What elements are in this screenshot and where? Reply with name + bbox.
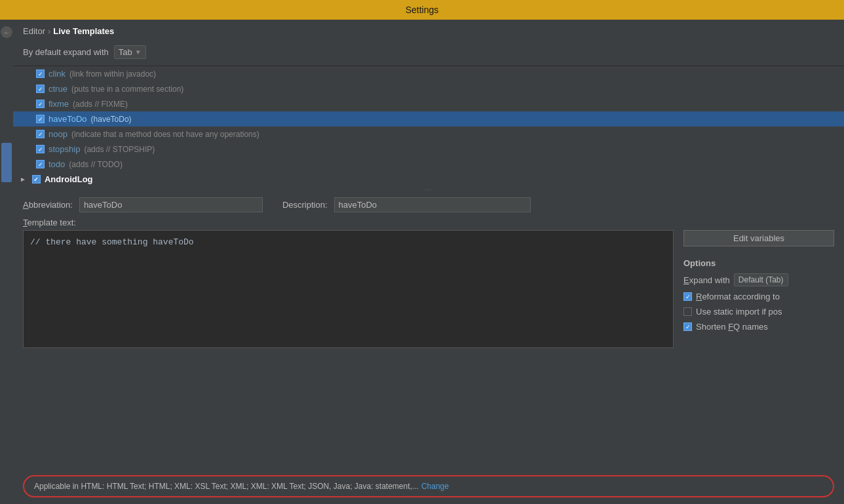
item-desc-clink: (link from within javadoc) bbox=[69, 69, 156, 79]
item-desc-todo: (adds // TODO) bbox=[69, 160, 123, 169]
back-button[interactable]: ← bbox=[1, 26, 12, 38]
templates-list: ✓ clink (link from within javadoc) ✓ ctr… bbox=[13, 66, 844, 187]
edit-variables-button[interactable]: Edit variables bbox=[683, 230, 834, 246]
expand-with-dropdown[interactable]: Default (Tab) bbox=[734, 273, 788, 286]
applicable-text: Applicable in HTML: HTML Text; HTML; XML… bbox=[34, 482, 419, 491]
static-import-row: Use static import if pos bbox=[683, 307, 834, 317]
reformat-label: Reformat according to bbox=[696, 292, 780, 301]
expand-dropdown[interactable]: Tab ▼ bbox=[114, 45, 146, 59]
group-label-androidlog: AndroidLog bbox=[45, 174, 93, 184]
item-name-noop: noop bbox=[48, 129, 67, 139]
checkbox-ctrue[interactable]: ✓ bbox=[36, 85, 45, 93]
abbr-desc-row: Abbreviation: Description: bbox=[13, 197, 844, 218]
content-area: Editor › Live Templates By default expan… bbox=[13, 20, 844, 504]
item-name-todo: todo bbox=[48, 159, 65, 169]
bottom-panel: Abbreviation: Description: Template text… bbox=[13, 192, 844, 504]
group-header-androidlog[interactable]: ► ✓ AndroidLog bbox=[13, 172, 844, 187]
title-bar: Settings bbox=[0, 0, 844, 20]
checkbox-haveToDo[interactable]: ✓ bbox=[36, 115, 45, 123]
template-item-fixme[interactable]: ✓ fixme (adds // FIXME) bbox=[13, 96, 844, 111]
template-item-ctrue[interactable]: ✓ ctrue (puts true in a comment section) bbox=[13, 81, 844, 96]
abbreviation-label: Abbreviation: bbox=[23, 200, 73, 210]
template-item-clink[interactable]: ✓ clink (link from within javadoc) bbox=[13, 66, 844, 81]
template-text-label: Template text: bbox=[13, 218, 844, 230]
expand-with-label: Expand with bbox=[683, 275, 730, 285]
resize-handle[interactable]: ⋯ bbox=[13, 187, 844, 192]
item-name-haveToDo: haveToDo bbox=[48, 114, 87, 124]
checkbox-stopship[interactable]: ✓ bbox=[36, 145, 45, 153]
template-item-todo[interactable]: ✓ todo (adds // TODO) bbox=[13, 157, 844, 172]
title-label: Settings bbox=[406, 5, 439, 15]
group-expand-icon: ► bbox=[20, 176, 26, 183]
reformat-row: ✓ Reformat according to bbox=[683, 292, 834, 301]
checkbox-noop[interactable]: ✓ bbox=[36, 130, 45, 138]
item-name-clink: clink bbox=[48, 69, 66, 79]
item-name-ctrue: ctrue bbox=[48, 84, 67, 94]
static-import-checkbox[interactable] bbox=[683, 307, 692, 316]
reformat-checkbox[interactable]: ✓ bbox=[683, 292, 692, 301]
checkbox-androidlog[interactable]: ✓ bbox=[32, 175, 41, 184]
shorten-fq-label: Shorten FQ names bbox=[696, 322, 768, 332]
breadcrumb: Editor › Live Templates bbox=[13, 20, 844, 41]
left-strip: ← bbox=[0, 20, 13, 504]
item-name-stopship: stopship bbox=[48, 144, 80, 154]
checkbox-todo[interactable]: ✓ bbox=[36, 160, 45, 168]
item-desc-haveToDo: (haveToDo) bbox=[91, 115, 132, 124]
expand-with-row: Expand with Default (Tab) bbox=[683, 273, 834, 286]
template-item-noop[interactable]: ✓ noop (indicate that a method does not … bbox=[13, 126, 844, 142]
item-desc-ctrue: (puts true in a comment section) bbox=[71, 85, 183, 94]
breadcrumb-live-templates: Live Templates bbox=[53, 26, 114, 36]
template-item-haveToDo[interactable]: ✓ haveToDo (haveToDo) bbox=[13, 111, 844, 126]
breadcrumb-editor: Editor bbox=[23, 26, 45, 36]
change-link[interactable]: Change bbox=[421, 482, 449, 491]
editor-options-row: // there have something haveToDo Edit va… bbox=[13, 230, 844, 470]
applicable-footer: Applicable in HTML: HTML Text; HTML; XML… bbox=[23, 475, 834, 497]
options-panel: Edit variables Options Expand with Defau… bbox=[674, 230, 844, 470]
static-import-label: Use static import if pos bbox=[696, 307, 782, 317]
checkbox-fixme[interactable]: ✓ bbox=[36, 100, 45, 108]
description-input[interactable] bbox=[334, 197, 531, 212]
chevron-down-icon: ▼ bbox=[135, 48, 142, 56]
abbreviation-input[interactable] bbox=[79, 197, 263, 212]
options-title: Options bbox=[683, 258, 834, 268]
item-desc-noop: (indicate that a method does not have an… bbox=[71, 130, 259, 139]
template-item-stopship[interactable]: ✓ stopship (adds // STOPSHIP) bbox=[13, 142, 844, 157]
expand-dropdown-value: Tab bbox=[119, 47, 132, 57]
expand-label: By default expand with bbox=[23, 47, 109, 57]
item-name-fixme: fixme bbox=[48, 99, 69, 109]
template-editor[interactable]: // there have something haveToDo bbox=[23, 230, 674, 348]
shorten-fq-row: ✓ Shorten FQ names bbox=[683, 322, 834, 332]
item-desc-fixme: (adds // FIXME) bbox=[73, 100, 128, 109]
item-desc-stopship: (adds // STOPSHIP) bbox=[84, 145, 155, 154]
side-tab-indicator bbox=[1, 143, 12, 182]
expand-with-value: Default (Tab) bbox=[738, 275, 784, 284]
expand-row: By default expand with Tab ▼ bbox=[13, 41, 844, 66]
checkbox-clink[interactable]: ✓ bbox=[36, 69, 45, 78]
shorten-fq-checkbox[interactable]: ✓ bbox=[683, 322, 692, 331]
breadcrumb-separator: › bbox=[48, 26, 50, 36]
description-label: Description: bbox=[282, 200, 328, 210]
